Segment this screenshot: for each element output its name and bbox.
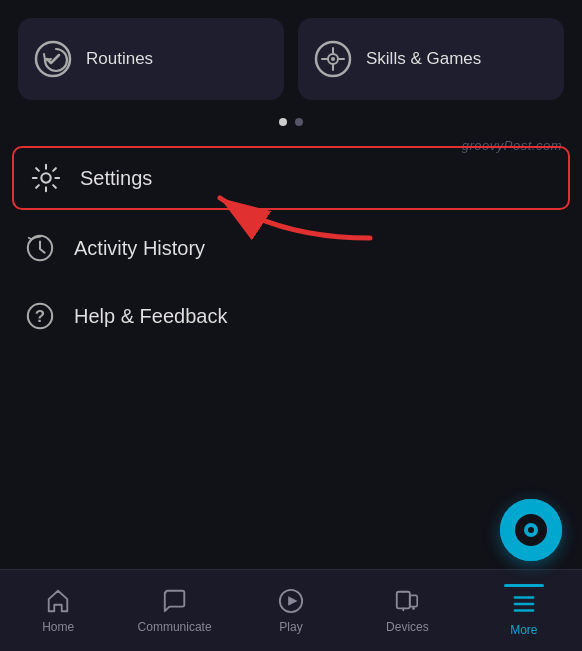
home-icon bbox=[44, 587, 72, 615]
communicate-icon bbox=[161, 587, 189, 615]
nav-communicate[interactable]: Communicate bbox=[116, 581, 232, 640]
more-active-bar bbox=[504, 584, 544, 587]
main-screen: Routines Skills & Games groovyPost.com bbox=[0, 0, 582, 651]
devices-icon bbox=[393, 587, 421, 615]
help-menu-item[interactable]: ? Help & Feedback bbox=[0, 282, 582, 350]
devices-nav-label: Devices bbox=[386, 620, 429, 634]
svg-text:?: ? bbox=[35, 307, 45, 326]
routines-label: Routines bbox=[86, 49, 153, 69]
alexa-fab-button[interactable] bbox=[500, 499, 562, 561]
nav-devices[interactable]: Devices bbox=[349, 581, 465, 640]
settings-menu-item[interactable]: Settings bbox=[12, 146, 570, 210]
activity-icon bbox=[24, 232, 56, 264]
svg-marker-14 bbox=[288, 596, 297, 605]
cards-area: Routines Skills & Games bbox=[0, 0, 582, 110]
settings-label: Settings bbox=[80, 167, 152, 190]
play-nav-label: Play bbox=[279, 620, 302, 634]
communicate-nav-label: Communicate bbox=[138, 620, 212, 634]
skills-card[interactable]: Skills & Games bbox=[298, 18, 564, 100]
skills-label: Skills & Games bbox=[366, 49, 481, 69]
svg-point-3 bbox=[331, 57, 335, 61]
svg-point-4 bbox=[41, 173, 50, 182]
help-label: Help & Feedback bbox=[74, 305, 227, 328]
nav-home[interactable]: Home bbox=[0, 581, 116, 640]
nav-more[interactable]: More bbox=[466, 578, 582, 643]
svg-point-17 bbox=[413, 607, 416, 610]
svg-rect-15 bbox=[397, 592, 410, 609]
pagination bbox=[0, 110, 582, 132]
more-nav-label: More bbox=[510, 623, 537, 637]
skills-icon bbox=[314, 40, 352, 78]
routines-icon bbox=[34, 40, 72, 78]
settings-icon bbox=[30, 162, 62, 194]
svg-point-12 bbox=[528, 527, 534, 533]
svg-rect-16 bbox=[410, 595, 417, 606]
activity-menu-item[interactable]: Activity History bbox=[0, 214, 582, 282]
bottom-nav: Home Communicate Play bbox=[0, 569, 582, 651]
nav-play[interactable]: Play bbox=[233, 581, 349, 640]
activity-label: Activity History bbox=[74, 237, 205, 260]
home-nav-label: Home bbox=[42, 620, 74, 634]
more-icon bbox=[510, 590, 538, 618]
dot-2 bbox=[295, 118, 303, 126]
dot-1 bbox=[279, 118, 287, 126]
menu-list: Settings A bbox=[0, 132, 582, 569]
help-icon: ? bbox=[24, 300, 56, 332]
routines-card[interactable]: Routines bbox=[18, 18, 284, 100]
play-icon bbox=[277, 587, 305, 615]
